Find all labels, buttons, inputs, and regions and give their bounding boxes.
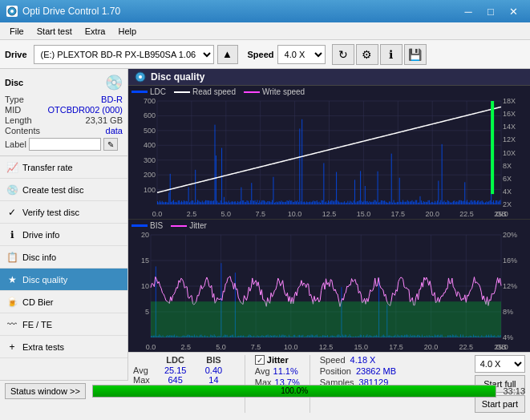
- extra-tests-icon: +: [6, 341, 18, 353]
- status-window-button[interactable]: Status window >>: [5, 383, 86, 399]
- disc-panel: Disc 💿 Type BD-R MID OTCBDR002 (000) Len…: [0, 69, 127, 156]
- speed-key: Speed: [320, 355, 346, 365]
- sidebar-item-transfer-rate[interactable]: 📈 Transfer rate: [0, 156, 127, 179]
- jitter-title: Jitter: [267, 355, 289, 365]
- position-key: Position: [320, 366, 351, 376]
- minimize-button[interactable]: ─: [458, 3, 479, 19]
- avg-bis: 0.40: [199, 365, 235, 375]
- quality-header: Disc quality: [128, 69, 530, 86]
- drive-label: Drive: [5, 50, 27, 59]
- ldc-label: LDC: [150, 87, 166, 96]
- type-key: Type: [5, 95, 24, 104]
- jitter-avg-label: Avg: [255, 366, 270, 376]
- max-bis: 14: [199, 375, 235, 385]
- menu-help[interactable]: Help: [111, 25, 143, 38]
- sidebar-label-create-test-disc: Create test disc: [22, 185, 83, 195]
- transfer-rate-icon: 📈: [6, 162, 18, 173]
- verify-test-disc-icon: ✓: [6, 207, 18, 218]
- legend-ldc: LDC: [131, 87, 166, 96]
- sidebar-item-create-test-disc[interactable]: 💿 Create test disc: [0, 179, 127, 201]
- sidebar: Disc 💿 Type BD-R MID OTCBDR002 (000) Len…: [0, 69, 128, 380]
- app-title: Opti Drive Control 1.70: [22, 6, 120, 17]
- quality-title: Disc quality: [151, 71, 204, 83]
- sidebar-item-fe-te[interactable]: 〰 FE / TE: [0, 313, 127, 336]
- bis-chart: [128, 232, 530, 352]
- chart1-legend: LDC Read speed Write speed: [128, 86, 530, 98]
- sidebar-item-disc-quality[interactable]: ★ Disc quality: [0, 269, 127, 291]
- ldc-chart: [128, 98, 530, 219]
- jitter-avg-value: 11.1%: [273, 366, 298, 376]
- type-value: BD-R: [101, 95, 123, 104]
- drive-info-icon: ℹ: [6, 229, 18, 240]
- jitter-color: [171, 225, 187, 227]
- jitter-label: Jitter: [189, 221, 207, 230]
- app-icon: [6, 6, 18, 17]
- sidebar-label-fe-te: FE / TE: [22, 320, 52, 329]
- chart2-legend: BIS Jitter: [128, 220, 530, 232]
- info-button[interactable]: ℹ: [380, 44, 403, 65]
- save-button[interactable]: 💾: [404, 44, 427, 65]
- quality-icon: [135, 71, 146, 83]
- menu-start-test[interactable]: Start test: [30, 25, 79, 38]
- label-edit-button[interactable]: ✎: [103, 138, 118, 151]
- legend-jitter: Jitter: [171, 221, 207, 230]
- svg-point-1: [10, 10, 14, 13]
- menu-file[interactable]: File: [3, 25, 30, 38]
- speed-label: Speed: [248, 50, 274, 59]
- start-part-button[interactable]: Start part: [475, 395, 525, 413]
- fe-te-icon: 〰: [6, 319, 18, 330]
- sidebar-item-extra-tests[interactable]: + Extra tests: [0, 336, 127, 358]
- ldc-color: [131, 91, 148, 93]
- sidebar-item-cd-bier[interactable]: 🍺 CD Bier: [0, 291, 127, 313]
- contents-key: Contents: [5, 126, 40, 135]
- read-speed-label: Read speed: [192, 87, 236, 96]
- menu-extra[interactable]: Extra: [79, 25, 112, 38]
- speed-value: 4.18 X: [350, 355, 376, 365]
- sidebar-label-verify-test-disc: Verify test disc: [22, 208, 79, 217]
- sidebar-label-disc-info: Disc info: [22, 252, 56, 262]
- jitter-section: ✓ Jitter Avg 11.1% Max 13.7%: [255, 355, 300, 387]
- mid-value: OTCBDR002 (000): [47, 105, 123, 115]
- sidebar-label-extra-tests: Extra tests: [22, 342, 64, 352]
- close-button[interactable]: ✕: [503, 3, 524, 19]
- progress-bar: 100.0%: [92, 385, 497, 398]
- col-bis: BIS: [199, 355, 235, 365]
- eject-button[interactable]: ▲: [217, 45, 238, 64]
- refresh-button[interactable]: ↻: [332, 44, 354, 65]
- drive-select[interactable]: (E:) PLEXTOR BD-R PX-LB950SA 1.06: [34, 45, 214, 64]
- speed-dropdown[interactable]: 4.0 X: [475, 355, 525, 373]
- col-empty: [133, 355, 158, 365]
- speed-select[interactable]: 4.0 X: [277, 45, 326, 64]
- cd-bier-icon: 🍺: [6, 297, 18, 308]
- stats-panel: LDC BIS Avg 25.15 0.40 Max 645 14 Total …: [128, 352, 530, 415]
- label-input[interactable]: [29, 138, 101, 151]
- charts-container: LDC Read speed Write speed: [128, 86, 530, 352]
- length-key: Length: [5, 115, 32, 125]
- sidebar-label-cd-bier: CD Bier: [22, 297, 54, 307]
- legend-read-speed: Read speed: [174, 87, 236, 96]
- write-speed-label: Write speed: [262, 87, 305, 96]
- read-speed-color: [174, 91, 190, 93]
- main-area: Disc 💿 Type BD-R MID OTCBDR002 (000) Len…: [0, 69, 530, 380]
- settings-button[interactable]: ⚙: [356, 44, 378, 65]
- menubar: File Start test Extra Help: [0, 22, 530, 40]
- legend-bis: BIS: [131, 221, 163, 230]
- speed-info-section: Speed 4.18 X Position 23862 MB Samples 3…: [320, 355, 396, 387]
- sidebar-item-verify-test-disc[interactable]: ✓ Verify test disc: [0, 201, 127, 224]
- length-value: 23,31 GB: [86, 115, 123, 125]
- sidebar-item-drive-info[interactable]: ℹ Drive info: [0, 224, 127, 246]
- sidebar-item-disc-info[interactable]: 📋 Disc info: [0, 246, 127, 269]
- max-label: Max: [133, 375, 158, 385]
- avg-ldc: 25.15: [158, 365, 199, 375]
- progress-text: 100.0%: [93, 386, 496, 397]
- label-key: Label: [5, 139, 26, 149]
- jitter-checkbox[interactable]: ✓: [255, 355, 265, 365]
- disc-info-icon: 📋: [6, 252, 18, 263]
- write-speed-color: [244, 91, 260, 93]
- maximize-button[interactable]: □: [480, 3, 501, 19]
- position-value: 23862 MB: [356, 366, 396, 376]
- mid-key: MID: [5, 105, 21, 115]
- content-area: Disc quality LDC Read speed Wri: [128, 69, 530, 380]
- drive-toolbar: Drive (E:) PLEXTOR BD-R PX-LB950SA 1.06 …: [0, 40, 530, 69]
- bis-color: [131, 224, 148, 227]
